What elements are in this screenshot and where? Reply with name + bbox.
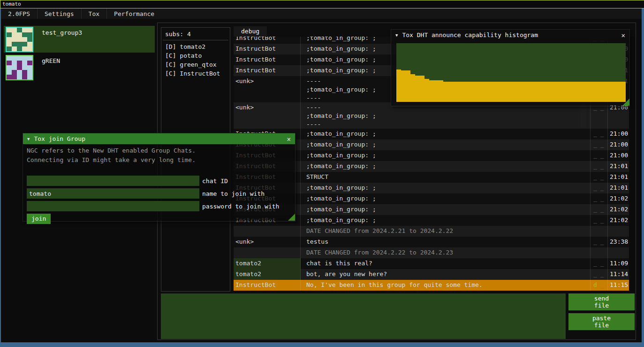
message-row: tomato2chat is this real?__11:09 — [234, 258, 629, 269]
histogram-bar — [476, 82, 481, 102]
sender-name: InstructBot — [234, 280, 301, 291]
tab-debug[interactable]: debug — [234, 26, 267, 37]
dht-histogram-title: Tox DHT announce capability histogram — [402, 31, 538, 39]
histogram-bar — [504, 82, 509, 102]
join-group-title: Tox join Group — [34, 135, 85, 142]
sidebar-item-test_group3[interactable]: test_group3 — [4, 26, 155, 53]
histogram-bar — [410, 74, 415, 102]
histogram-bar — [569, 82, 574, 102]
message-time: 23:38 — [608, 237, 629, 247]
resize-grip[interactable] — [622, 99, 629, 106]
dht-histogram-titlebar[interactable]: ▼ Tox DHT announce capability histogram … — [391, 30, 629, 40]
collapse-arrow-icon[interactable]: ▼ — [27, 137, 30, 141]
dht-histogram-body — [391, 40, 629, 106]
histogram-bar — [593, 82, 598, 102]
histogram-bar — [607, 82, 612, 102]
wm-titlebar: tomato — [0, 0, 644, 8]
histogram-bar — [514, 82, 518, 102]
group-name: gREEN — [42, 57, 60, 80]
flag-placeholder: _ — [593, 238, 597, 245]
menu-item-tox[interactable]: Tox — [82, 10, 106, 17]
message-text: bot, are you new here? — [301, 269, 591, 280]
send-file-button[interactable]: send file — [568, 293, 635, 310]
wm-title: tomato — [2, 1, 21, 7]
join-group-window: ▼ Tox join Group ✕ NGC refers to the New… — [23, 133, 295, 222]
message-text: ;tomato_in_group: ; — [301, 215, 591, 226]
histogram-bar — [598, 82, 602, 102]
message-time: 21:00 — [608, 139, 629, 150]
sidebar-item-gREEN[interactable]: gREEN — [4, 54, 155, 80]
close-icon[interactable]: ✕ — [286, 135, 292, 143]
sender-name: <unk> — [234, 102, 301, 129]
name-field[interactable] — [27, 188, 199, 199]
histogram-bar — [583, 82, 588, 102]
flag-placeholder: _ — [600, 216, 604, 224]
message-time: 11:15 — [608, 280, 629, 291]
join-group-titlebar[interactable]: ▼ Tox join Group ✕ — [23, 133, 295, 144]
collapse-arrow-icon[interactable]: ▼ — [395, 33, 398, 38]
histogram-bar — [612, 82, 616, 102]
message-text: ;tomato_in_group: ; — [301, 161, 591, 172]
flag-placeholder: _ — [600, 152, 604, 159]
wm-border-right — [642, 8, 644, 342]
flag-placeholder: _ — [600, 206, 604, 213]
menubar: 2.0FPSSettingsToxPerformance — [1, 8, 642, 19]
flag-placeholder: _ — [593, 260, 597, 267]
paste-file-button[interactable]: paste file — [568, 313, 635, 330]
histogram-bar — [434, 80, 439, 102]
histogram-bar — [490, 82, 495, 102]
member-item[interactable]: [D] tomato2 — [161, 42, 230, 51]
system-row: DATE CHANGED from 2024.2.21 to 2024.2.22 — [234, 226, 629, 237]
histogram-bar — [565, 82, 569, 102]
message-text: No, I've been in this group for quite so… — [301, 280, 591, 291]
password-field[interactable] — [27, 201, 199, 211]
chat-id-field[interactable] — [27, 176, 199, 186]
member-item[interactable]: [C] InstructBot — [161, 69, 230, 78]
histogram-bar — [537, 82, 542, 102]
resize-grip[interactable] — [288, 214, 295, 221]
name-field-label: name to join with — [202, 190, 265, 197]
message-flags: __ — [591, 193, 608, 204]
password-field-label: password to join with — [202, 203, 279, 210]
join-button[interactable]: join — [27, 214, 51, 224]
menu-item-performance[interactable]: Performance — [107, 10, 161, 17]
histogram-bar — [429, 80, 434, 102]
member-item[interactable]: [C] potato — [161, 51, 230, 60]
message-time — [608, 226, 629, 237]
fps-label: 2.0FPS — [1, 10, 37, 17]
flag-placeholder: _ — [593, 162, 597, 170]
flag-placeholder: _ — [600, 141, 604, 148]
delivered-flag: d — [593, 281, 597, 288]
close-icon[interactable]: ✕ — [620, 31, 627, 39]
histogram-bar — [523, 82, 528, 102]
histogram-bar — [471, 82, 476, 102]
system-row: DATE CHANGED from 2024.2.22 to 2024.2.23 — [234, 247, 629, 258]
histogram-bar — [439, 80, 443, 102]
message-flags: __ — [591, 258, 608, 269]
flag-placeholder: _ — [593, 270, 597, 278]
message-flags: __ — [591, 150, 608, 161]
histogram-bar — [542, 82, 546, 102]
histogram-bar — [560, 82, 565, 102]
flag-placeholder: _ — [593, 173, 597, 180]
histogram-bar — [495, 82, 500, 102]
member-item[interactable]: [C] green_qtox — [161, 60, 230, 69]
histogram-bar — [462, 82, 467, 102]
histogram-plot — [396, 43, 626, 102]
histogram-bar — [616, 82, 621, 102]
join-field-row: password to join with — [27, 201, 279, 211]
message-flags: __ — [591, 215, 608, 226]
wm-border-left — [0, 8, 1, 342]
sender-name: <unk> — [234, 76, 301, 102]
histogram-bar — [532, 82, 537, 102]
message-input[interactable] — [161, 293, 566, 339]
menu-item-settings[interactable]: Settings — [38, 10, 81, 17]
message-text: chat is this real? — [301, 258, 591, 269]
message-time: 21:01 — [608, 172, 629, 183]
message-text: ;tomato_in_group: ; — [301, 193, 591, 204]
histogram-bar — [602, 82, 607, 102]
message-flags: __ — [591, 161, 608, 172]
join-group-body: NGC refers to the New DHT enabled Group … — [23, 144, 295, 221]
message-flags: __ — [591, 269, 608, 280]
message-flags: __ — [591, 237, 608, 247]
